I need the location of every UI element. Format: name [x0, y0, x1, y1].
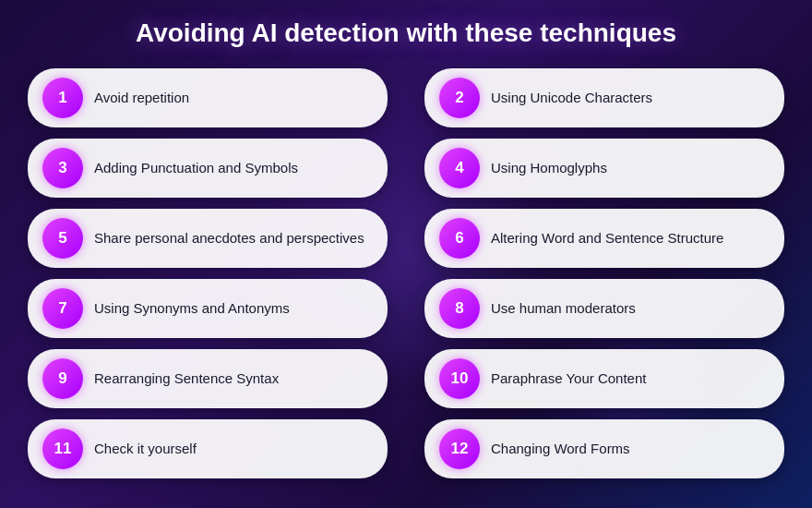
item-badge: 9 — [42, 358, 83, 399]
list-item: 7 Using Synonyms and Antonyms — [28, 279, 388, 338]
item-text: Share personal anecdotes and perspective… — [94, 229, 364, 248]
list-item: 2 Using Unicode Characters — [424, 68, 784, 127]
list-item: 5 Share personal anecdotes and perspecti… — [28, 209, 388, 268]
item-badge: 3 — [42, 148, 83, 188]
list-item: 11 Check it yourself — [28, 419, 388, 478]
item-text: Check it yourself — [94, 440, 197, 458]
item-badge: 4 — [439, 148, 480, 188]
item-text: Using Homoglyphs — [491, 159, 607, 177]
item-badge: 1 — [42, 78, 83, 118]
item-badge: 12 — [439, 429, 480, 469]
list-item: 8 Use human moderators — [424, 279, 784, 338]
item-badge: 6 — [439, 218, 480, 259]
main-container: Avoiding AI detection with these techniq… — [0, 0, 812, 508]
item-badge: 8 — [439, 288, 480, 329]
item-text: Use human moderators — [491, 299, 636, 318]
item-badge: 7 — [42, 288, 83, 329]
page-title: Avoiding AI detection with these techniq… — [28, 18, 784, 48]
item-text: Using Synonyms and Antonyms — [94, 299, 290, 318]
item-text: Avoid repetition — [94, 89, 189, 107]
list-item: 1 Avoid repetition — [28, 68, 388, 127]
item-badge: 11 — [42, 429, 83, 469]
list-item: 3 Adding Punctuation and Symbols — [28, 139, 388, 198]
list-item: 12 Changing Word Forms — [424, 419, 784, 478]
item-text: Changing Word Forms — [491, 440, 630, 458]
item-badge: 2 — [439, 78, 480, 118]
techniques-grid: 1 Avoid repetition 2 Using Unicode Chara… — [28, 68, 784, 478]
item-text: Paraphrase Your Content — [491, 369, 646, 388]
list-item: 10 Paraphrase Your Content — [424, 349, 784, 408]
item-text: Using Unicode Characters — [491, 89, 652, 107]
list-item: 4 Using Homoglyphs — [424, 139, 784, 198]
list-item: 9 Rearranging Sentence Syntax — [28, 349, 388, 408]
item-badge: 5 — [42, 218, 83, 259]
item-text: Rearranging Sentence Syntax — [94, 369, 279, 388]
item-text: Adding Punctuation and Symbols — [94, 159, 298, 177]
item-text: Altering Word and Sentence Structure — [491, 229, 723, 248]
item-badge: 10 — [439, 358, 480, 399]
list-item: 6 Altering Word and Sentence Structure — [424, 209, 784, 268]
